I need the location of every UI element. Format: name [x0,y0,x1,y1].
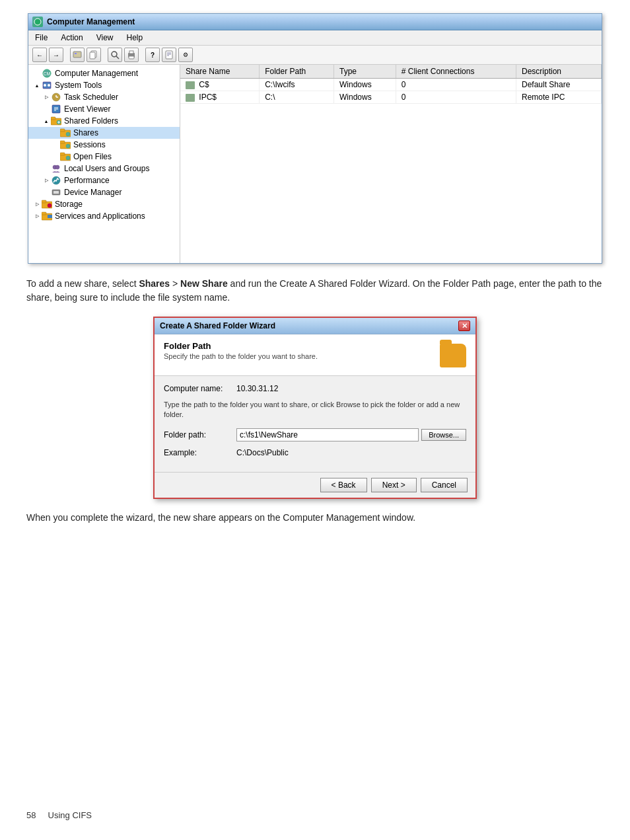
expand-event-icon [43,104,50,114]
menu-view[interactable]: View [94,32,116,44]
table-row[interactable]: C$ C:\Iwcifs Windows 0 Default Share [180,79,602,91]
browse-button[interactable]: Browse... [421,429,466,441]
tree-storage[interactable]: ▷ Storage [28,198,180,210]
svg-text:CM: CM [44,71,51,76]
svg-rect-35 [60,141,65,143]
svg-point-5 [112,52,117,57]
cm-toolbar: ← → ? ⚙ [28,46,602,65]
expand-sessions-icon [52,140,59,149]
svg-rect-50 [48,215,52,218]
expand-task-icon: ▷ [43,93,50,102]
cancel-button[interactable]: Cancel [421,478,468,492]
back-button[interactable]: < Back [320,478,367,492]
shares-icon [60,128,71,137]
computer-name-row: Computer name: 10.30.31.12 [164,384,466,393]
wizard-close-button[interactable]: ✕ [458,321,470,331]
performance-icon [51,176,61,185]
tree-open-files-label: Open Files [73,152,112,161]
example-label: Example: [164,448,236,457]
toolbar-up[interactable] [70,48,85,62]
expand-shares-icon [52,128,59,137]
col-folder-path: Folder Path [260,65,334,79]
svg-point-41 [55,165,59,169]
row1-type: Windows [333,79,396,91]
svg-rect-27 [51,117,55,120]
toolbar-forward[interactable]: → [49,48,63,62]
wizard-titlebar: Create A Shared Folder Wizard ✕ [155,318,475,334]
tree-shared-folders-label: Shared Folders [64,116,118,126]
svg-point-39 [66,156,70,160]
folder-icon [440,344,466,367]
table-row[interactable]: IPC$ C:\ Windows 0 Remote IPC [180,91,602,104]
tree-services[interactable]: ▷ Services and Applications [28,210,180,222]
svg-point-33 [66,132,70,136]
tree-device-manager-label: Device Manager [64,188,122,197]
footer-chapter: Using CIFS [48,810,92,820]
tree-shares[interactable]: Shares [28,127,180,139]
toolbar-properties[interactable] [162,48,176,62]
svg-point-18 [48,84,50,87]
row2-name: IPC$ [180,91,260,104]
menu-help[interactable]: Help [124,32,146,44]
toolbar-extra[interactable]: ⚙ [178,48,193,62]
folder-path-row: Folder path: Browse... [164,428,466,441]
expand-perf-icon: ▷ [43,176,50,185]
event-viewer-icon [51,104,61,114]
toolbar-print[interactable] [124,48,139,62]
computer-name-value: 10.30.31.12 [236,384,466,393]
tree-task-scheduler[interactable]: ▷ Task Scheduler [28,91,180,103]
tree-root[interactable]: CM Computer Management [28,67,180,79]
expand-open-files-icon [52,152,59,161]
tree-open-files[interactable]: Open Files [28,151,180,163]
row2-connections: 0 [396,91,516,104]
tree-shares-label: Shares [73,128,98,137]
tree-root-label: Computer Management [55,69,138,78]
example-row: Example: C:\Docs\Public [164,448,466,457]
svg-point-47 [48,204,52,208]
tree-local-users-label: Local Users and Groups [64,164,149,173]
sessions-icon [60,140,71,149]
tree-device-manager[interactable]: Device Manager [28,186,180,198]
footer-page-number: 58 [26,810,36,820]
svg-rect-38 [60,153,65,155]
tree-performance[interactable]: ▷ Performance [28,174,180,186]
svg-rect-46 [42,200,46,203]
computer-name-label: Computer name: [164,384,236,393]
svg-rect-4 [90,52,95,59]
cm-tree-panel: CM Computer Management ▲ System Tools ▷ … [28,65,180,263]
row1-connections: 0 [396,79,516,91]
row1-path: C:\Iwcifs [260,79,334,91]
folder-path-input[interactable] [236,428,419,441]
toolbar-copy[interactable] [87,48,101,62]
task-scheduler-icon [51,93,61,102]
menu-file[interactable]: File [32,32,50,44]
expand-device-icon [43,188,50,197]
expand-shared-icon: ▲ [43,116,50,126]
row2-path: C:\ [260,91,334,104]
svg-rect-44 [53,191,59,194]
cm-titlebar: Computer Management [28,14,602,30]
wizard-header-subtitle: Specify the path to the folder you want … [164,352,318,360]
tree-sessions[interactable]: Sessions [28,139,180,151]
tree-local-users[interactable]: Local Users and Groups [28,163,180,174]
tree-task-scheduler-label: Task Scheduler [64,93,118,102]
col-description: Description [516,65,601,79]
next-button[interactable]: Next > [371,478,417,492]
toolbar-search[interactable] [108,48,122,62]
toolbar-back[interactable]: ← [32,48,47,62]
wizard-dialog: Create A Shared Folder Wizard ✕ Folder P… [153,317,477,499]
svg-rect-9 [129,56,134,59]
tree-system-tools[interactable]: ▲ System Tools [28,79,180,91]
wizard-header: Folder Path Specify the path to the fold… [155,334,475,376]
computer-management-window: Computer Management File Action View Hel… [28,13,602,264]
toolbar-help[interactable]: ? [145,48,160,62]
page-footer: 58 Using CIFS [26,810,92,820]
svg-line-6 [116,56,119,59]
tree-shared-folders[interactable]: ▲ Shared Folders [28,115,180,127]
shares-table: Share Name Folder Path Type # Client Con… [180,65,602,104]
expand-users-icon [43,164,50,173]
menu-action[interactable]: Action [58,32,85,44]
cm-icon: CM [42,69,52,78]
row1-description: Default Share [516,79,601,91]
tree-event-viewer[interactable]: Event Viewer [28,103,180,115]
